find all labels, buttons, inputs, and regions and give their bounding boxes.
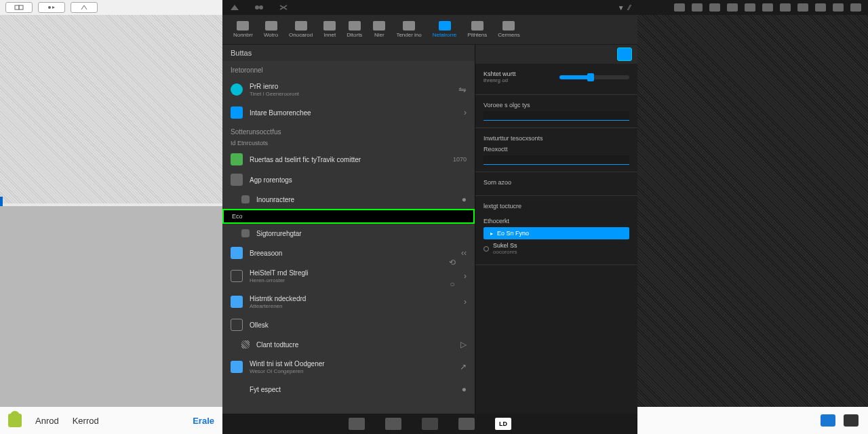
square-icon — [231, 106, 243, 119]
outline-icon-2 — [231, 319, 243, 331]
text-input-1[interactable] — [484, 111, 629, 121]
title-icon-3[interactable] — [278, 3, 289, 12]
svg-point-3 — [255, 5, 259, 9]
item-breeasoon[interactable]: Breeasoon ‹‹ — [222, 243, 475, 263]
tray-icon-1[interactable] — [674, 3, 685, 12]
title-bar: ▼ ⁄⁄ — [222, 0, 637, 15]
small-icon-2 — [241, 229, 250, 237]
list-header: Buttas — [222, 45, 475, 61]
right-panel — [637, 0, 868, 434]
tray-icon-6[interactable] — [762, 3, 773, 12]
left-label-1[interactable]: Anrod — [35, 416, 59, 426]
item-wintl[interactable]: Wintl tni ist wit OodgenerWesor Ol Conge… — [222, 354, 475, 380]
nav-icon-4[interactable] — [458, 418, 475, 430]
rewind-icon: ‹‹ — [461, 248, 467, 258]
tray-icon-7[interactable] — [780, 3, 791, 12]
android-icon — [8, 414, 22, 427]
tab-bar: Nonnbrr Wotro Onocarod Innet Ditorts Nie… — [222, 15, 637, 45]
svg-rect-1 — [19, 5, 23, 9]
text-input-2[interactable] — [484, 155, 629, 165]
item-ruertas[interactable]: Ruertas ad tselirt fic tyTravik comitter… — [222, 149, 475, 170]
item-clant[interactable]: Clant todtucre ▷ — [222, 335, 475, 354]
left-preview-top — [0, 15, 222, 203]
left-tool-3[interactable] — [71, 2, 98, 13]
hatch-icon — [241, 340, 250, 349]
blue-icon-2 — [231, 296, 243, 308]
tab-tender[interactable]: Tender ino — [391, 18, 427, 41]
tray-icon-8[interactable] — [797, 3, 808, 12]
tab-cermens[interactable]: Cermens — [492, 18, 525, 41]
tray-icon-2[interactable] — [692, 3, 703, 12]
wifi-icon: ⇋ — [458, 84, 467, 95]
item-agp[interactable]: Agp rorentogs — [222, 170, 475, 190]
tab-nonnbrr[interactable]: Nonnbrr — [228, 18, 258, 41]
tab-innet[interactable]: Innet — [318, 18, 341, 41]
list-column: Buttas Iretoronnel PrR ienroTinet l Geen… — [222, 45, 475, 414]
play-icon: ▷ — [460, 340, 467, 349]
tab-nier[interactable]: Nier — [368, 18, 391, 41]
tray-icon-3[interactable] — [709, 3, 720, 12]
detail-column: Kshtet wurtt ihrenrg od Voroee s olgc ty… — [475, 45, 637, 414]
tray-icon-11[interactable] — [850, 3, 861, 12]
taskbar-icon-1[interactable] — [821, 414, 835, 427]
item-fyt[interactable]: Fyt espect ● — [222, 380, 475, 399]
tab-netairorre[interactable]: Netairorre — [427, 18, 462, 41]
svg-point-2 — [48, 6, 51, 9]
tray-icon-5[interactable] — [745, 3, 755, 12]
chevron-right-icon: › — [464, 271, 467, 281]
left-panel: Anrod Kerrod Erale — [0, 0, 222, 434]
radio-option[interactable]: Sukel Ss oocoronrs — [484, 242, 629, 255]
tray-icon-4[interactable] — [727, 3, 738, 12]
nav-icon-3[interactable] — [422, 418, 438, 430]
item-eco-selected[interactable]: Eco — [222, 209, 475, 224]
tab-wotro[interactable]: Wotro — [258, 18, 283, 41]
nav-icon-2[interactable] — [385, 418, 401, 430]
gray-icon — [231, 174, 243, 186]
side-tool-2[interactable]: ○ — [448, 279, 457, 289]
left-label-2[interactable]: Kerrod — [73, 416, 99, 426]
tab-ditorts[interactable]: Ditorts — [341, 18, 368, 41]
nav-icon-1[interactable] — [349, 418, 365, 430]
left-bottom-bar: Anrod Kerrod Erale — [0, 407, 222, 434]
primary-action-button[interactable]: Eo Sn Fyno — [484, 227, 629, 239]
tab-onocarod[interactable]: Onocarod — [283, 18, 318, 41]
dropdown-icon[interactable]: ▼ — [618, 4, 625, 12]
side-tool-1[interactable]: ⟲ — [448, 258, 457, 267]
brightness-slider[interactable] — [559, 75, 630, 79]
dot-icon: ● — [462, 195, 467, 204]
section-title-2: Inwturttur tesocxsonts — [484, 135, 629, 142]
item-histrntk[interactable]: Histrntk ndeckedrdAttearterenen › — [222, 289, 475, 315]
nav-icon-5[interactable]: LD — [495, 418, 511, 430]
taskbar-icon-2[interactable] — [844, 414, 859, 427]
badge-count: 1070 — [453, 156, 467, 163]
section-personal: Iretoronnel — [222, 61, 475, 77]
item-intare[interactable]: Intare Bumorenchee › — [222, 102, 475, 123]
signal-icon: ⁄⁄ — [629, 4, 631, 12]
item-profile[interactable]: PrR ienroTinet l Geenerooront ⇋ — [222, 77, 475, 102]
blue-icon — [231, 247, 243, 259]
detail-action-button[interactable] — [617, 47, 632, 61]
radio-icon — [484, 246, 489, 252]
tab-pithtens[interactable]: Pithtens — [462, 18, 492, 41]
tray-icon-9[interactable] — [815, 3, 826, 12]
item-ollesk[interactable]: Ollesk — [222, 315, 475, 335]
center-app: ▼ ⁄⁄ Nonnbrr Wotro Onocarod Innet Ditort… — [222, 0, 637, 434]
title-icon-1[interactable] — [229, 3, 240, 12]
item-sigtor[interactable]: Sigtorrurehgtar — [222, 224, 475, 243]
title-icon-2[interactable] — [254, 3, 264, 12]
tray-icon-10[interactable] — [833, 3, 844, 12]
left-tool-1[interactable] — [5, 2, 33, 13]
chevron-right-icon: › — [464, 108, 467, 117]
right-system-tray — [637, 0, 868, 15]
left-tool-2[interactable] — [38, 2, 65, 13]
side-tool-strip: ⟲ ○ — [448, 258, 457, 289]
item-inounractere[interactable]: Inounractere ● — [222, 190, 475, 209]
section-label-4: lextgt toctucre — [484, 203, 629, 210]
outline-icon — [231, 270, 243, 282]
left-label-3[interactable]: Erale — [193, 416, 214, 426]
item-heistel[interactable]: HeiStelT rnd StregliHeren-orroster › — [222, 263, 475, 289]
section-title-5: Ethocerkt — [484, 218, 629, 224]
subsection-label: Id Etnrcustots — [222, 138, 475, 149]
svg-rect-0 — [15, 5, 19, 9]
avatar-icon — [231, 83, 243, 96]
